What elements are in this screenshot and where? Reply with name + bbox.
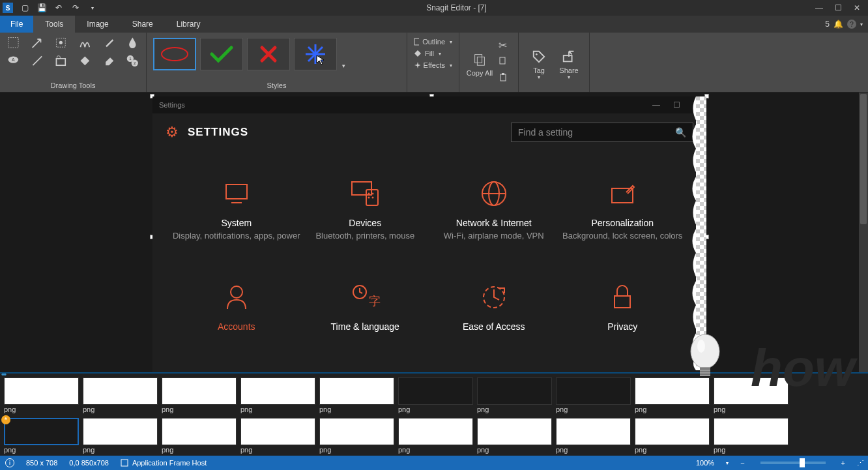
style-ellipse-red[interactable] xyxy=(153,38,196,70)
drawing-tools-label: Drawing Tools xyxy=(7,81,139,91)
fill-dropdown[interactable]: Fill▾ xyxy=(414,50,452,57)
svg-text:字: 字 xyxy=(369,295,381,308)
thumbnail-label: png xyxy=(4,445,79,454)
tool-selection[interactable] xyxy=(7,35,20,50)
thumbnail-label: png xyxy=(398,445,473,454)
style-cross-red[interactable] xyxy=(247,38,290,70)
thumbnail-item[interactable]: png xyxy=(240,377,315,414)
tile-accounts: Accounts xyxy=(172,281,301,334)
tool-eraser[interactable] xyxy=(102,53,116,68)
thumbnail-label: png xyxy=(240,405,315,414)
save-icon[interactable]: 💾 xyxy=(36,3,47,13)
undo-icon[interactable]: ↶ xyxy=(53,3,64,13)
copy-icon[interactable] xyxy=(499,56,509,66)
bell-icon[interactable]: 🔔 xyxy=(833,20,843,29)
thumbnail-item[interactable]: png xyxy=(635,418,710,454)
captured-image[interactable]: Settings —☐✕ ⚙ SETTINGS Find a setting 🔍… xyxy=(152,96,706,373)
thumbnail-label: png xyxy=(83,445,158,454)
svg-rect-36 xyxy=(612,188,633,203)
svg-text:A: A xyxy=(12,57,15,62)
menu-dropdown-icon[interactable]: ▾ xyxy=(860,22,863,27)
tool-stamp[interactable] xyxy=(54,35,68,50)
thumbnail-tray: •••• pngpngpngpngpngpngpngpngpngpng*pngp… xyxy=(0,372,868,456)
tool-highlighter[interactable] xyxy=(102,35,116,50)
canvas-area[interactable]: Settings —☐✕ ⚙ SETTINGS Find a setting 🔍… xyxy=(0,93,859,372)
menu-library[interactable]: Library xyxy=(165,16,212,33)
svg-rect-6 xyxy=(57,59,66,65)
maximize-icon[interactable]: ☐ xyxy=(835,3,842,12)
tool-shape[interactable] xyxy=(54,53,68,68)
tool-fill[interactable] xyxy=(78,53,92,68)
zoom-slider[interactable] xyxy=(760,462,826,464)
status-zoom[interactable]: 100% xyxy=(696,459,714,467)
tile-ease-of-access: Ease of Access xyxy=(429,281,558,334)
tool-pen[interactable] xyxy=(78,35,92,50)
tool-blur[interactable] xyxy=(126,35,139,50)
copy-all-button[interactable]: Copy All xyxy=(466,35,493,91)
thumbnail-item[interactable]: png xyxy=(477,377,552,414)
new-icon[interactable]: ▢ xyxy=(20,3,30,13)
tool-step[interactable]: 12 xyxy=(126,53,139,68)
tool-callout[interactable]: A xyxy=(7,53,20,68)
cut-icon[interactable]: ✂ xyxy=(499,39,509,50)
thumbnail-item[interactable]: png xyxy=(4,377,79,414)
qat-dropdown-icon[interactable]: ▾ xyxy=(87,3,98,13)
info-icon[interactable]: i xyxy=(5,458,14,467)
settings-heading: SETTINGS xyxy=(188,126,248,139)
tag-button[interactable]: Tag▾ xyxy=(525,35,553,91)
thumbnail-item[interactable]: *png xyxy=(4,418,79,454)
effects-dropdown[interactable]: Effects▾ xyxy=(414,61,452,69)
styles-more-icon[interactable]: ▾ xyxy=(341,61,347,70)
thumbnail-item[interactable]: png xyxy=(83,418,158,454)
thumbnail-item[interactable]: png xyxy=(398,418,473,454)
inner-maximize-icon: ☐ xyxy=(673,100,680,110)
thumbnail-item[interactable]: png xyxy=(83,377,158,414)
zoom-in-icon[interactable]: + xyxy=(841,459,845,467)
help-icon[interactable]: ? xyxy=(847,20,856,29)
share-button[interactable]: Share▾ xyxy=(555,35,583,91)
menu-image[interactable]: Image xyxy=(75,16,120,33)
thumbnail-item[interactable]: png xyxy=(162,377,237,414)
thumbnail-label: png xyxy=(240,445,315,454)
menu-tools[interactable]: Tools xyxy=(33,16,75,33)
thumbnail-item[interactable]: png xyxy=(319,377,394,414)
thumbnail-item[interactable]: png xyxy=(240,418,315,454)
tray-handle-icon[interactable]: •••• xyxy=(1,372,5,378)
status-bar: i 850 x 708 0,0 850x708 Application Fram… xyxy=(0,456,868,470)
svg-rect-25 xyxy=(226,184,247,199)
svg-rect-21 xyxy=(500,74,506,81)
thumbnail-item[interactable]: png xyxy=(162,418,237,454)
zoom-out-icon[interactable]: − xyxy=(740,459,744,467)
svg-point-12 xyxy=(162,48,188,61)
thumbnail-label: png xyxy=(162,405,237,414)
vertical-scrollbar[interactable] xyxy=(859,93,868,372)
menu-file[interactable]: File xyxy=(0,16,33,33)
thumbnail-item[interactable]: png xyxy=(714,418,788,454)
minimize-icon[interactable]: — xyxy=(815,3,823,12)
paste-icon[interactable] xyxy=(499,73,509,83)
thumbnail-label: png xyxy=(714,445,788,454)
resize-grip-icon[interactable]: ⋰ xyxy=(857,459,863,467)
menu-share[interactable]: Share xyxy=(121,16,165,33)
thumbnail-item[interactable]: png xyxy=(398,377,473,414)
thumbnail-item[interactable]: png xyxy=(556,377,631,414)
thumbnail-item[interactable]: png xyxy=(714,377,788,414)
tool-arrow[interactable] xyxy=(31,35,44,50)
style-check-green[interactable] xyxy=(200,38,243,70)
thumbnail-item[interactable]: png xyxy=(319,418,394,454)
outline-dropdown[interactable]: Outline▾ xyxy=(414,38,452,46)
svg-rect-0 xyxy=(8,37,19,48)
thumbnail-item[interactable]: png xyxy=(556,418,631,454)
svg-rect-18 xyxy=(475,55,482,63)
close-icon[interactable]: ✕ xyxy=(854,3,860,12)
tool-line[interactable] xyxy=(31,53,44,68)
thumbnail-label: png xyxy=(162,445,237,454)
svg-rect-24 xyxy=(564,55,572,61)
status-process: Application Frame Host xyxy=(132,459,207,467)
gear-icon: ⚙ xyxy=(166,124,179,141)
thumbnail-item[interactable]: png xyxy=(477,418,552,454)
redo-icon[interactable]: ↷ xyxy=(70,3,81,13)
style-cursor-burst[interactable] xyxy=(294,38,337,70)
status-coords: 0,0 850x708 xyxy=(69,459,109,467)
svg-point-31 xyxy=(368,197,370,199)
